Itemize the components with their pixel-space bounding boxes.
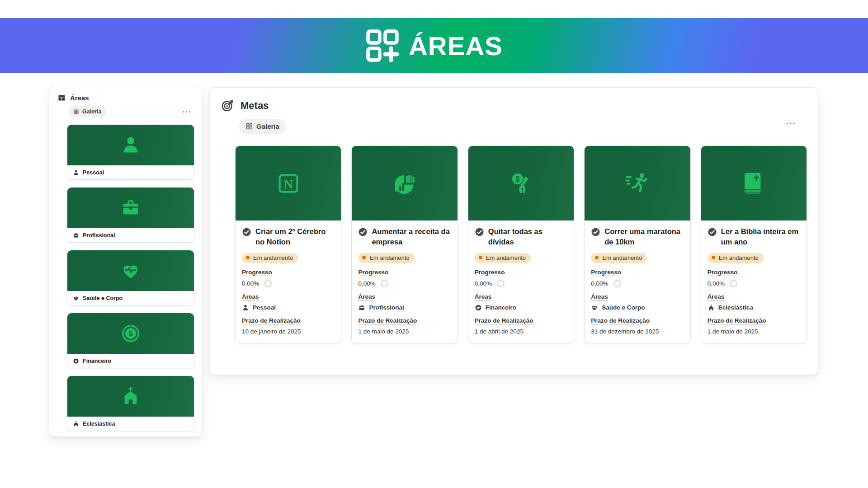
status-dot-icon bbox=[712, 256, 715, 259]
church-icon bbox=[73, 421, 79, 427]
area-card-profissional[interactable]: Profissional bbox=[67, 188, 194, 242]
areas-view-tab-galeria[interactable]: Galeria bbox=[68, 106, 106, 117]
metas-more-button[interactable]: ••• bbox=[784, 119, 798, 128]
status-badge: Em andamento bbox=[358, 253, 414, 263]
notion-icon bbox=[275, 170, 302, 197]
goal-title: Quitar todas as dívidas bbox=[488, 226, 567, 248]
area-card-cover bbox=[67, 250, 194, 291]
view-tab-label: Galeria bbox=[256, 122, 279, 130]
area-relation-pessoal[interactable]: Pessoal bbox=[242, 304, 335, 311]
status-dot-icon bbox=[362, 256, 366, 259]
deadline-property-label: Prazo de Realização bbox=[591, 317, 684, 324]
status-label: Em andamento bbox=[253, 254, 293, 261]
deadline-property-label: Prazo de Realização bbox=[708, 317, 800, 324]
status-dot-icon bbox=[246, 256, 250, 259]
church-icon bbox=[120, 386, 141, 407]
debt-icon bbox=[508, 170, 535, 197]
progress-ring-icon bbox=[730, 280, 737, 287]
view-tab-label: Galeria bbox=[82, 108, 101, 115]
goal-title: Correr uma maratona de 10km bbox=[604, 226, 684, 248]
deadline-value: 10 de janeiro de 2025 bbox=[242, 328, 335, 335]
area-card-label: Financeiro bbox=[83, 358, 111, 364]
dollar-coin-icon bbox=[120, 323, 141, 344]
progress-value: 0,00% bbox=[358, 280, 375, 287]
deadline-value: 1 de maio de 2025 bbox=[708, 328, 800, 335]
bible-icon bbox=[740, 170, 767, 197]
areas-property-label: Áreas bbox=[708, 293, 800, 300]
goal-card-cover bbox=[236, 146, 341, 221]
goal-card-ler-biblia[interactable]: Ler a Bíblia inteira em um ano Em andame… bbox=[701, 145, 807, 343]
area-relation-eclesiastica[interactable]: Eclesiástica bbox=[708, 304, 800, 311]
deadline-property-label: Prazo de Realização bbox=[358, 317, 451, 324]
area-card-eclesiastica[interactable]: Eclesiástica bbox=[67, 376, 194, 431]
page-banner: ÁREAS bbox=[0, 18, 868, 73]
metas-db-header: Metas bbox=[221, 99, 807, 113]
goal-card-quitar-dividas[interactable]: Quitar todas as dívidas Em andamento Pro… bbox=[468, 145, 574, 343]
check-circle-icon bbox=[708, 227, 717, 237]
area-relation-financeiro[interactable]: Financeiro bbox=[475, 304, 567, 311]
goal-card-criar-segundo-cerebro[interactable]: Criar um 2º Cérebro no Notion Em andamen… bbox=[235, 145, 341, 343]
goal-title: Criar um 2º Cérebro no Notion bbox=[255, 226, 335, 248]
status-badge: Em andamento bbox=[591, 253, 647, 263]
goal-card-list: Criar um 2º Cérebro no Notion Em andamen… bbox=[235, 145, 807, 343]
area-relation-label: Financeiro bbox=[486, 304, 516, 311]
deadline-value: 1 de abril de 2025 bbox=[475, 328, 567, 335]
goal-card-aumentar-receita[interactable]: Aumentar a receita da empresa Em andamen… bbox=[351, 145, 458, 343]
goal-card-cover bbox=[468, 146, 574, 221]
person-icon bbox=[242, 304, 249, 311]
status-label: Em andamento bbox=[486, 254, 526, 261]
church-icon bbox=[708, 304, 715, 311]
status-dot-icon bbox=[595, 256, 599, 259]
areas-property-label: Áreas bbox=[591, 293, 684, 300]
areas-db-title: Áreas bbox=[70, 94, 89, 102]
heart-pulse-icon bbox=[120, 260, 141, 281]
goal-title: Aumentar a receita da empresa bbox=[372, 226, 451, 248]
metas-db-title: Metas bbox=[241, 100, 269, 112]
goal-card-cover bbox=[352, 146, 457, 221]
area-relation-label: Eclesiástica bbox=[718, 304, 753, 311]
area-card-financeiro[interactable]: Financeiro bbox=[67, 313, 194, 368]
progress-property-label: Progresso bbox=[242, 269, 335, 276]
area-card-pessoal[interactable]: Pessoal bbox=[67, 125, 194, 179]
progress-ring-icon bbox=[381, 280, 388, 287]
progress-value: 0,00% bbox=[708, 280, 725, 287]
status-label: Em andamento bbox=[719, 254, 759, 261]
status-label: Em andamento bbox=[602, 254, 642, 261]
deadline-property-label: Prazo de Realização bbox=[475, 317, 567, 324]
goal-card-cover bbox=[585, 146, 690, 221]
area-card-saude-e-corpo[interactable]: Saúde e Corpo bbox=[67, 250, 194, 305]
area-relation-saude-e-corpo[interactable]: Saúde e Corpo bbox=[591, 304, 684, 311]
progress-property-label: Progresso bbox=[708, 269, 800, 276]
goal-title: Ler a Bíblia inteira em um ano bbox=[721, 226, 800, 248]
progress-property-label: Progresso bbox=[475, 269, 567, 276]
runner-icon bbox=[624, 170, 651, 197]
deadline-property-label: Prazo de Realização bbox=[242, 317, 335, 324]
metas-view-tab-galeria[interactable]: Galeria bbox=[239, 119, 286, 134]
goal-card-correr-maratona[interactable]: Correr uma maratona de 10km Em andamento… bbox=[584, 145, 690, 343]
areas-property-label: Áreas bbox=[358, 293, 451, 300]
heart-pulse-icon bbox=[591, 304, 598, 311]
progress-property-label: Progresso bbox=[358, 269, 451, 276]
status-badge: Em andamento bbox=[475, 253, 531, 263]
area-card-cover bbox=[67, 188, 194, 228]
area-card-cover bbox=[67, 376, 194, 417]
progress-value: 0,00% bbox=[475, 280, 492, 287]
page-title: ÁREAS bbox=[409, 31, 503, 61]
progress-ring-icon bbox=[613, 280, 621, 287]
star-circle-icon bbox=[475, 304, 482, 311]
person-icon bbox=[73, 169, 79, 176]
gallery-plus-icon bbox=[365, 28, 400, 63]
area-card-label: Eclesiástica bbox=[83, 421, 115, 427]
areas-db-header: Áreas bbox=[57, 94, 193, 102]
area-relation-label: Profissional bbox=[369, 304, 404, 311]
areas-more-button[interactable]: ••• bbox=[180, 108, 193, 116]
briefcase-icon bbox=[358, 304, 365, 311]
status-badge: Em andamento bbox=[708, 253, 764, 263]
progress-property-label: Progresso bbox=[591, 269, 684, 276]
deadline-value: 1 de maio de 2025 bbox=[358, 328, 451, 335]
heart-pulse-icon bbox=[73, 295, 79, 301]
progress-ring-icon bbox=[497, 280, 505, 287]
table-icon bbox=[57, 94, 66, 102]
areas-property-label: Áreas bbox=[242, 293, 335, 300]
area-relation-profissional[interactable]: Profissional bbox=[358, 304, 451, 311]
